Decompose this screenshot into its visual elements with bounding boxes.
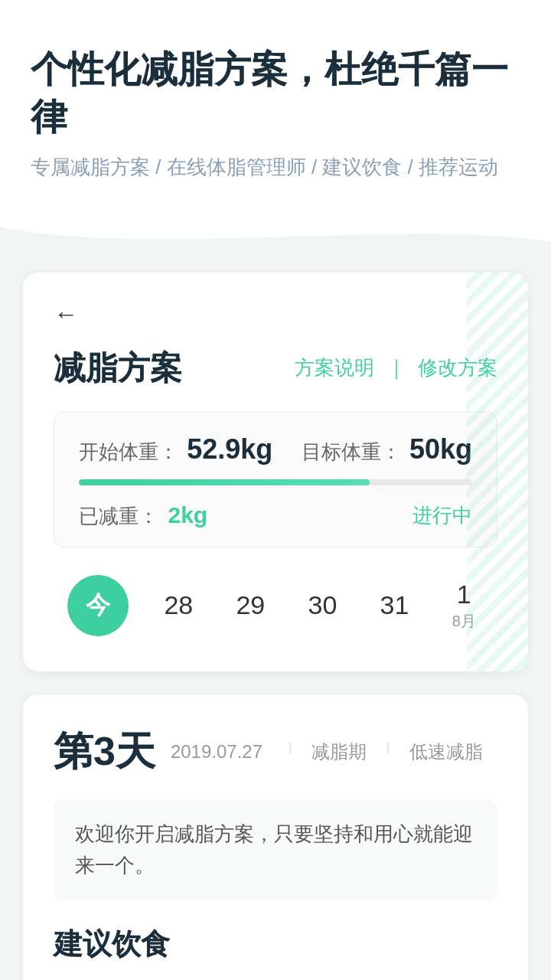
plan-explain-button[interactable]: 方案说明 [295, 354, 374, 381]
diet-section-title: 建议饮食 [54, 925, 497, 964]
start-weight: 开始体重： 52.9kg [79, 433, 272, 466]
day-message: 欢迎你开启减脂方案，只要坚持和用心就能迎来一个。 [54, 800, 497, 900]
date-28[interactable]: 28 [156, 581, 201, 629]
weight-row: 开始体重： 52.9kg 目标体重： 50kg [79, 433, 472, 466]
date-1[interactable]: 1 8月 [445, 570, 484, 641]
date-31[interactable]: 31 [373, 581, 417, 629]
target-weight: 目标体重： 50kg [302, 433, 472, 466]
back-button[interactable]: ← [54, 300, 78, 328]
plan-modify-button[interactable]: 修改方案 [418, 354, 497, 381]
weight-box: 开始体重： 52.9kg 目标体重： 50kg 已减重： 2kg 进行中 [54, 411, 497, 547]
plan-card: ← 减脂方案 方案说明 ｜ 修改方案 开始体重： 52.9kg 目标体重： 50… [23, 273, 528, 671]
page-title: 个性化减脂方案，杜绝千篇一律 [31, 46, 520, 142]
reduced-info: 已减重： 2kg [79, 502, 207, 530]
day-tags: ｜ 减脂期 ｜ 低速减脂 [284, 740, 483, 764]
plan-actions: 方案说明 ｜ 修改方案 [295, 354, 497, 381]
date-30[interactable]: 30 [301, 581, 345, 629]
day-number: 第3天 [54, 725, 155, 779]
plan-header: 减脂方案 方案说明 ｜ 修改方案 [54, 347, 497, 390]
day-section: 第3天 2019.07.27 ｜ 减脂期 ｜ 低速减脂 欢迎你开启减脂方案，只要… [23, 694, 528, 980]
day-header: 第3天 2019.07.27 ｜ 减脂期 ｜ 低速减脂 [54, 725, 497, 779]
progress-bar-bg [79, 479, 472, 485]
status-badge: 进行中 [412, 502, 472, 529]
plan-title: 减脂方案 [54, 347, 182, 390]
diet-section: 建议饮食 早餐 午餐 加餐 晚餐 加餐 ↺ [54, 925, 497, 980]
action-divider: ｜ [386, 354, 406, 381]
date-today[interactable]: 今 [67, 575, 129, 636]
day-tag-2: 低速减脂 [409, 740, 483, 764]
day-tag-1: 减脂期 [311, 740, 367, 764]
date-29[interactable]: 29 [228, 581, 272, 629]
page-subtitle: 专属减脂方案 / 在线体脂管理师 / 建议饮食 / 推荐运动 [31, 154, 520, 181]
day-date: 2019.07.27 [171, 741, 262, 763]
wave-svg [0, 211, 551, 250]
main-area: ← 减脂方案 方案说明 ｜ 修改方案 开始体重： 52.9kg 目标体重： 50… [0, 250, 551, 980]
header-section: 个性化减脂方案，杜绝千篇一律 专属减脂方案 / 在线体脂管理师 / 建议饮食 /… [0, 0, 551, 211]
wave-divider [0, 211, 551, 250]
progress-bar-fill [79, 479, 370, 485]
reduced-row: 已减重： 2kg 进行中 [79, 502, 472, 530]
date-picker: 今 28 29 30 31 1 8月 [54, 563, 497, 644]
